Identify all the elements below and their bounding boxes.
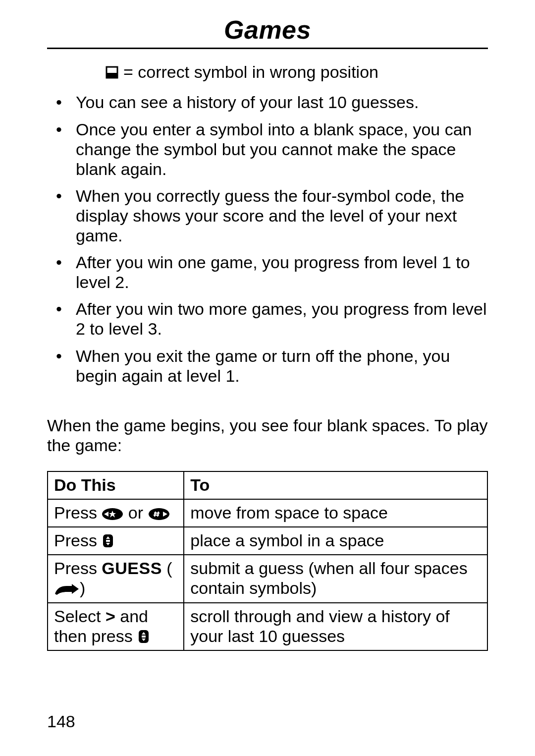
text: Select (54, 607, 106, 626)
page-number: 148 (47, 712, 75, 731)
list-item: You can see a history of your last 10 gu… (47, 92, 488, 112)
cell-do: Select > and then press (48, 603, 184, 650)
table-row: Press place a symbol in a space (48, 527, 487, 555)
text: Press (54, 559, 102, 578)
svg-rect-1 (107, 73, 117, 78)
guess-label: GUESS (102, 559, 162, 578)
controls-table: Do This To Press or (47, 471, 488, 651)
header-to: To (184, 471, 487, 499)
cell-do: Press or (48, 499, 184, 527)
page-title: Games (47, 15, 488, 45)
intro-paragraph: When the game begins, you see four blank… (47, 415, 488, 455)
scroll-key-icon (102, 533, 114, 548)
greater-than-symbol: > (106, 607, 115, 626)
manual-page: Games = correct symbol in wrong position… (0, 0, 535, 756)
cell-to: submit a guess (when all four spaces con… (184, 555, 487, 602)
text: ( (166, 559, 172, 578)
table-row: Press GUESS ( ) submit a guess (when all… (48, 555, 487, 602)
softkey-arrow-icon (54, 584, 80, 596)
left-star-key-icon (102, 508, 123, 521)
cell-to: place a symbol in a space (184, 527, 487, 555)
scroll-key-icon (137, 629, 150, 644)
header-do-this: Do This (48, 471, 184, 499)
table-row: Select > and then press scroll through a… (48, 603, 487, 650)
table-header-row: Do This To (48, 471, 487, 499)
text: Press (54, 503, 102, 522)
list-item: When you correctly guess the four-symbol… (47, 186, 488, 245)
cell-do: Press GUESS ( ) (48, 555, 184, 602)
svg-rect-13 (106, 540, 110, 542)
legend-row: = correct symbol in wrong position (106, 63, 488, 81)
cell-to: move from space to space (184, 499, 487, 527)
list-item: When you exit the game or turn off the p… (47, 346, 488, 386)
text: or (128, 503, 148, 522)
cell-to: scroll through and view a history of you… (184, 603, 487, 650)
legend-text: = correct symbol in wrong position (123, 63, 378, 81)
bullet-list: You can see a history of your last 10 gu… (47, 92, 488, 385)
text: ) (80, 579, 85, 597)
list-item: After you win two more games, you progre… (47, 299, 488, 339)
half-square-icon (106, 66, 118, 79)
table-row: Press or (48, 499, 487, 527)
svg-rect-17 (142, 636, 146, 638)
list-item: After you win one game, you progress fro… (47, 252, 488, 292)
cell-do: Press (48, 527, 184, 555)
list-item: Once you enter a symbol into a blank spa… (47, 119, 488, 179)
right-hash-key-icon (148, 508, 170, 521)
text: Press (54, 531, 102, 550)
title-divider (47, 48, 488, 49)
